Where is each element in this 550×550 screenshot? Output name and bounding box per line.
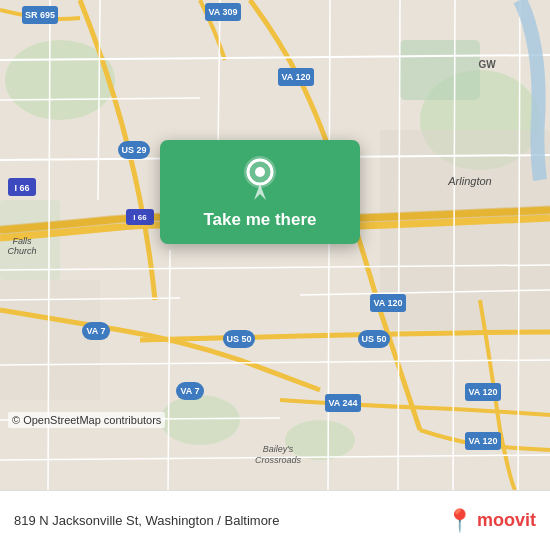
svg-text:I 66: I 66 [14, 183, 29, 193]
take-me-there-button[interactable]: Take me there [203, 210, 316, 230]
svg-text:I 66: I 66 [133, 213, 147, 222]
svg-text:GW: GW [478, 59, 496, 70]
svg-text:VA 7: VA 7 [86, 326, 105, 336]
svg-text:VA 309: VA 309 [208, 7, 237, 17]
svg-text:Bailey's: Bailey's [263, 444, 294, 454]
svg-text:VA 120: VA 120 [468, 436, 497, 446]
copyright-text: © OpenStreetMap contributors [8, 412, 165, 428]
map-pin-icon [240, 156, 280, 200]
svg-rect-8 [0, 280, 100, 400]
location-card[interactable]: Take me there [160, 140, 360, 244]
svg-text:Church: Church [7, 246, 36, 256]
svg-point-5 [285, 420, 355, 460]
svg-text:VA 120: VA 120 [373, 298, 402, 308]
svg-text:US 50: US 50 [361, 334, 386, 344]
svg-text:VA 244: VA 244 [328, 398, 357, 408]
svg-text:Crossroads: Crossroads [255, 455, 302, 465]
svg-text:VA 120: VA 120 [281, 72, 310, 82]
svg-point-62 [255, 167, 265, 177]
svg-text:US 29: US 29 [121, 145, 146, 155]
svg-rect-3 [400, 40, 480, 100]
moovit-pin-icon: 📍 [446, 508, 473, 534]
svg-text:VA 120: VA 120 [468, 387, 497, 397]
address-label: 819 N Jacksonville St, Washington / Balt… [14, 513, 436, 528]
moovit-logo: 📍 moovit [446, 508, 536, 534]
svg-text:SR 695: SR 695 [25, 10, 55, 20]
moovit-text: moovit [477, 510, 536, 531]
svg-text:Arlington: Arlington [447, 175, 491, 187]
svg-point-4 [160, 395, 240, 445]
svg-text:Falls: Falls [12, 236, 32, 246]
bottom-bar: 819 N Jacksonville St, Washington / Balt… [0, 490, 550, 550]
map-container: SR 695 VA 309 VA 120 US 29 I 66 I 66 VA … [0, 0, 550, 490]
svg-text:US 50: US 50 [226, 334, 251, 344]
svg-text:VA 7: VA 7 [180, 386, 199, 396]
